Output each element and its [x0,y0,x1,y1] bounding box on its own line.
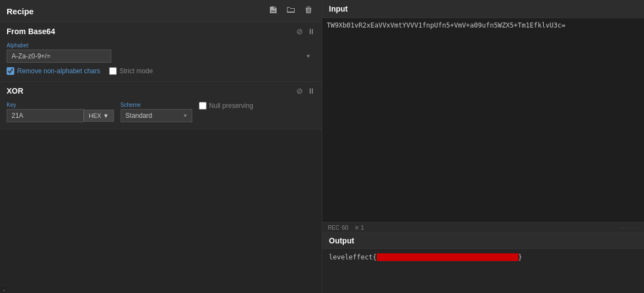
null-preserving-checkbox-item[interactable]: Null preserving [199,102,253,110]
from-base64-card: From Base64 ⊘ ⏸ Alphabet A-Za-z0-9+/= A-… [0,23,322,82]
delete-button[interactable] [302,4,315,18]
key-input[interactable] [7,109,84,122]
rec-status: REC 60 [328,224,348,231]
rec-label: REC [328,225,339,231]
recipe-title: Recipe [7,7,34,16]
output-header: Output [322,233,644,249]
from-base64-disable-button[interactable]: ⊘ [296,27,303,36]
from-base64-pause-button[interactable]: ⏸ [307,27,315,36]
lines-icon: ≡ [355,224,358,231]
xor-header: XOR ⊘ ⏸ [0,82,322,100]
input-title: Input [329,4,348,13]
remove-non-alphabet-checkbox[interactable] [7,67,14,75]
header-icons [267,4,315,18]
output-prefix: leveleffect{ [329,253,377,261]
from-base64-title: From Base64 [7,27,55,36]
input-header: Input [322,0,644,18]
from-base64-body: Alphabet A-Za-z0-9+/= A-Za-z0-9-_ A-Za-z… [0,40,322,82]
input-area [322,18,644,222]
output-section: Output leveleffect{ } [322,233,644,293]
input-statusbar: REC 60 ≡ 1 ······· [322,222,644,233]
xor-actions: ⊘ ⏸ [296,86,315,95]
output-highlight [377,253,518,261]
xor-card: XOR ⊘ ⏸ Key HEX ▼ [0,82,322,129]
scheme-label: Scheme [121,102,192,108]
key-field-group: Key HEX ▼ [7,102,114,122]
left-panel-header: Recipe [0,0,322,23]
alphabet-label: Alphabet [7,42,315,48]
rec-value: 60 [342,224,348,231]
remove-non-alphabet-label: Remove non-alphabet chars [17,67,100,75]
strict-mode-checkbox-item[interactable]: Strict mode [109,67,153,75]
left-panel-empty [0,129,322,287]
input-textarea[interactable] [327,21,640,219]
left-panel: Recipe From Base64 ⊘ ⏸ [0,0,322,293]
alphabet-select-wrapper: A-Za-z0-9+/= A-Za-z0-9-_ A-Za-z0-9+/ [7,50,315,63]
xor-disable-button[interactable]: ⊘ [296,86,303,95]
left-side-handle[interactable]: ◂ [0,287,7,293]
xor-pause-button[interactable]: ⏸ [307,86,315,95]
scheme-select-wrapper: Standard Differential CBC [121,109,192,122]
remove-non-alphabet-checkbox-item[interactable]: Remove non-alphabet chars [7,67,100,75]
output-suffix: } [518,253,522,261]
from-base64-header: From Base64 ⊘ ⏸ [0,23,322,40]
drag-handle: ······· [619,224,638,231]
output-title: Output [329,236,354,245]
save-button[interactable] [267,4,280,18]
key-label: Key [7,102,114,108]
alphabet-field-group: Alphabet A-Za-z0-9+/= A-Za-z0-9-_ A-Za-z… [7,42,315,63]
scheme-select[interactable]: Standard Differential CBC [121,109,192,122]
null-preserving-checkbox[interactable] [199,102,207,110]
key-input-wrapper: HEX ▼ [7,109,114,122]
xor-body: Key HEX ▼ Scheme Standard [0,100,322,129]
strict-mode-label: Strict mode [120,67,153,75]
xor-title: XOR [7,86,23,95]
null-preserving-wrapper: Null preserving [199,102,253,112]
lines-value: 1 [361,224,364,231]
from-base64-checkbox-row: Remove non-alphabet chars Strict mode [7,67,315,75]
xor-fields-row: Key HEX ▼ Scheme Standard [7,102,315,122]
from-base64-actions: ⊘ ⏸ [296,27,315,36]
right-panel: Input REC 60 ≡ 1 ······· Output leveleff… [322,0,644,293]
alphabet-select[interactable]: A-Za-z0-9+/= A-Za-z0-9-_ A-Za-z0-9+/ [7,50,111,63]
output-content: leveleffect{ } [322,249,644,293]
null-preserving-label: Null preserving [209,102,253,110]
open-folder-button[interactable] [284,4,297,18]
lines-status: ≡ 1 [355,224,364,231]
strict-mode-checkbox[interactable] [109,67,117,75]
app-container: Recipe From Base64 ⊘ ⏸ [0,0,644,293]
scheme-field-group: Scheme Standard Differential CBC [121,102,192,122]
hex-button[interactable]: HEX ▼ [84,110,114,122]
